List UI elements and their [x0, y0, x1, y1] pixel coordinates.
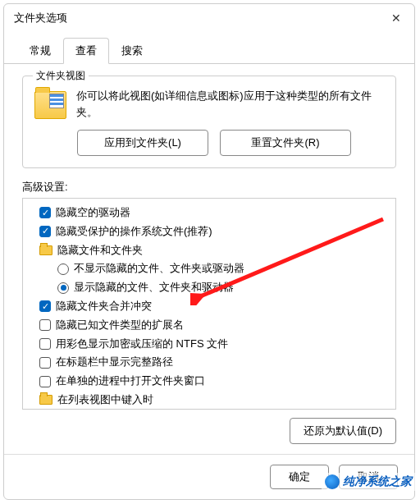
tab-content: 文件夹视图 你可以将此视图(如详细信息或图标)应用于这种类型的所有文件夹。 应用… [4, 64, 414, 454]
adv-item[interactable]: 在单独的进程中打开文件夹窗口 [26, 372, 392, 391]
checkbox[interactable] [39, 319, 51, 331]
adv-item[interactable]: 隐藏文件夹合并冲突 [26, 297, 392, 316]
folder-view-group: 文件夹视图 你可以将此视图(如详细信息或图标)应用于这种类型的所有文件夹。 应用… [22, 76, 396, 168]
folder-options-dialog: 文件夹选项 ✕ 常规 查看 搜索 文件夹视图 你可以将此视图(如详细信息或图标)… [3, 3, 415, 500]
radio[interactable] [57, 282, 69, 294]
checkbox[interactable] [39, 207, 51, 218]
tab-general[interactable]: 常规 [17, 38, 63, 64]
adv-item[interactable]: 隐藏文件和文件夹 [26, 241, 392, 260]
adv-item-label: 在标题栏中显示完整路径 [56, 354, 173, 371]
close-icon[interactable]: ✕ [388, 11, 404, 25]
folder-view-group-title: 文件夹视图 [33, 69, 89, 83]
adv-item-label: 隐藏文件夹合并冲突 [56, 298, 152, 315]
folder-small-icon [39, 245, 52, 255]
adv-item-label: 隐藏受保护的操作系统文件(推荐) [56, 223, 212, 241]
adv-item[interactable]: 用彩色显示加密或压缩的 NTFS 文件 [26, 335, 392, 354]
apply-to-folders-button[interactable]: 应用到文件夹(L) [77, 130, 208, 156]
adv-item[interactable]: 在列表视图中键入时 [26, 391, 392, 410]
watermark-text: 纯净系统之家 [343, 474, 412, 489]
radio[interactable] [57, 263, 69, 275]
adv-item[interactable]: 隐藏已知文件类型的扩展名 [26, 316, 392, 335]
tab-view[interactable]: 查看 [63, 38, 109, 64]
adv-item[interactable]: 在标题栏中显示完整路径 [26, 353, 392, 372]
dialog-title: 文件夹选项 [14, 11, 67, 25]
titlebar: 文件夹选项 ✕ [4, 4, 414, 32]
reset-folders-button[interactable]: 重置文件夹(R) [220, 130, 351, 156]
watermark: 纯净系统之家 [322, 473, 415, 491]
checkbox[interactable] [39, 357, 51, 369]
adv-item[interactable]: 不显示隐藏的文件、文件夹或驱动器 [26, 259, 392, 278]
tab-search[interactable]: 搜索 [109, 38, 155, 64]
folder-view-desc: 你可以将此视图(如详细信息或图标)应用于这种类型的所有文件夹。 [76, 88, 384, 120]
adv-item-label: 隐藏已知文件类型的扩展名 [56, 317, 184, 334]
folder-small-icon [39, 395, 52, 405]
adv-item-label: 用彩色显示加密或压缩的 NTFS 文件 [56, 336, 228, 353]
checkbox[interactable] [39, 376, 51, 387]
checkbox[interactable] [39, 226, 51, 237]
adv-item-label: 不显示隐藏的文件、文件夹或驱动器 [74, 260, 244, 277]
adv-item-label: 隐藏文件和文件夹 [57, 242, 143, 259]
adv-item-label: 隐藏空的驱动器 [56, 204, 130, 222]
folder-icon [34, 91, 66, 119]
adv-item-label: 显示隐藏的文件、文件夹和驱动器 [74, 279, 234, 296]
watermark-icon [325, 474, 340, 489]
advanced-settings-list[interactable]: 隐藏空的驱动器隐藏受保护的操作系统文件(推荐)隐藏文件和文件夹不显示隐藏的文件、… [22, 198, 396, 410]
advanced-settings-label: 高级设置: [22, 180, 396, 195]
tab-strip: 常规 查看 搜索 [4, 37, 414, 64]
adv-item-label: 在列表视图中键入时 [57, 392, 153, 409]
adv-item[interactable]: 显示隐藏的文件、文件夹和驱动器 [26, 278, 392, 297]
restore-defaults-button[interactable]: 还原为默认值(D) [290, 418, 396, 444]
adv-item[interactable]: 隐藏受保护的操作系统文件(推荐) [26, 222, 392, 241]
checkbox[interactable] [39, 300, 51, 312]
checkbox[interactable] [39, 338, 51, 350]
ok-button[interactable]: 确定 [270, 465, 329, 489]
adv-item-label: 在单独的进程中打开文件夹窗口 [56, 373, 205, 390]
adv-item[interactable]: 隐藏空的驱动器 [26, 204, 392, 222]
